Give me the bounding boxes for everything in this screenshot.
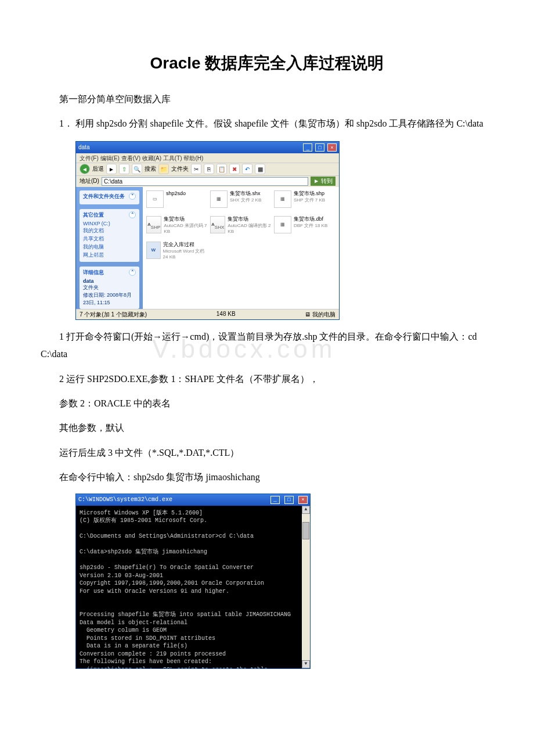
details-type: 文件夹 <box>83 285 99 290</box>
file-icon: ▦ <box>274 216 291 233</box>
file-item[interactable]: ▭shp2sdo <box>146 190 208 214</box>
paragraph-4: 参数 2：ORACLE 中的表名 <box>41 395 493 412</box>
shx-icon: ASHX <box>210 216 225 233</box>
delete-icon[interactable]: ✖ <box>229 164 240 174</box>
file-icon: ▦ <box>274 190 291 208</box>
up-icon[interactable]: ⇧ <box>119 164 129 174</box>
chevron-up-icon[interactable]: ˄ <box>129 211 136 218</box>
paragraph-2: V.bdocx.com 1 打开命令符窗口(开始→运行→cmd)，设置当前目录为… <box>41 328 493 363</box>
address-bar: 地址(D) ► 转到 <box>76 175 339 187</box>
status-objects: 7 个对象(加 1 个隐藏对象) <box>80 311 147 318</box>
cmd-window: C:\WINDOWS\system32\cmd.exe _ □ × Micros… <box>75 494 311 669</box>
maximize-icon[interactable]: □ <box>284 496 294 504</box>
file-item[interactable]: ASHX集贸市场AutoCAD 编译的形 2 KB <box>210 216 272 239</box>
back-label[interactable]: 后退 <box>92 165 104 173</box>
forward-icon[interactable]: ► <box>106 164 117 174</box>
status-size: 148 KB <box>217 311 236 318</box>
paste-icon[interactable]: 📋 <box>217 164 227 174</box>
status-bar: 7 个对象(加 1 个隐藏对象) 148 KB 🖥 我的电脑 <box>76 309 339 319</box>
explorer-titlebar: data _ □ × <box>76 142 339 153</box>
details-heading: 详细信息 <box>83 269 104 276</box>
views-icon[interactable]: ▦ <box>255 164 265 174</box>
maximize-icon[interactable]: □ <box>315 143 324 152</box>
exe-icon: ▭ <box>146 190 164 208</box>
word-icon: W <box>146 242 161 259</box>
other-heading: 其它位置 <box>83 211 104 219</box>
details-name: data <box>83 278 94 284</box>
sidebar-link[interactable]: 我的文档 <box>83 227 136 235</box>
cmd-title: C:\WINDOWS\system32\cmd.exe <box>78 496 172 503</box>
back-icon[interactable]: ◄ <box>80 164 90 174</box>
paragraph-5: 其他参数，默认 <box>41 419 493 437</box>
file-item[interactable]: W完全入库过程Microsoft Word 文档 24 KB <box>146 242 208 265</box>
sidebar-link[interactable]: WINXP (C:) <box>83 221 136 226</box>
explorer-window: data _ □ × 文件(F) 编辑(E) 查看(V) 收藏(A) 工具(T)… <box>75 141 340 320</box>
file-grid: ▭shp2sdo ▦集贸市场.shxSHX 文件 2 KB ▦集贸市场.shpS… <box>143 187 339 309</box>
file-item[interactable]: ▦集贸市场.shpSHP 文件 7 KB <box>274 190 335 214</box>
copy-icon[interactable]: ⎘ <box>204 164 214 174</box>
search-icon[interactable]: 🔍 <box>132 164 142 174</box>
page-title: Oracle 数据库完全入库过程说明 <box>41 52 493 74</box>
file-item[interactable]: ▦集贸市场.shxSHX 文件 2 KB <box>210 190 272 214</box>
file-item[interactable]: ▦集贸市场.dbfDBF 文件 18 KB <box>274 216 335 239</box>
close-icon[interactable]: × <box>327 143 337 152</box>
go-button[interactable]: ► 转到 <box>311 177 335 186</box>
sidebar-link[interactable]: 网上邻居 <box>83 251 136 259</box>
sidebar-link[interactable]: 共享文档 <box>83 235 136 243</box>
search-label[interactable]: 搜索 <box>145 165 156 173</box>
sidebar-link[interactable]: 我的电脑 <box>83 243 136 251</box>
details-panel: 详细信息˄ data 文件夹 修改日期: 2008年8月23日, 11:15 <box>80 267 139 309</box>
tasks-heading: 文件和文件夹任务 <box>83 193 125 200</box>
folders-icon[interactable]: 📁 <box>158 164 169 174</box>
toolbar: ◄ 后退 ► ⇧ 🔍 搜索 📁 文件夹 ✂ ⎘ 📋 ✖ ↶ ▦ <box>76 163 339 175</box>
minimize-icon[interactable]: _ <box>270 496 280 504</box>
address-input[interactable] <box>102 177 308 186</box>
status-location: 🖥 我的电脑 <box>305 311 335 318</box>
address-label: 地址(D) <box>80 177 99 185</box>
details-date: 修改日期: 2008年8月23日, 11:15 <box>83 292 132 305</box>
undo-icon[interactable]: ↶ <box>242 164 252 174</box>
scrollbar[interactable]: ▲▼ <box>302 506 310 668</box>
shp-icon: ASHP <box>146 216 161 233</box>
side-panel: 文件和文件夹任务˅ 其它位置˄ WINXP (C:) 我的文档 共享文档 我的电… <box>76 187 143 309</box>
paragraph-7: 在命令行中输入：shp2sdo 集贸市场 jimaoshichang <box>41 469 493 486</box>
cmd-titlebar: C:\WINDOWS\system32\cmd.exe _ □ × <box>76 494 310 506</box>
scroll-down-icon[interactable]: ▼ <box>302 660 310 668</box>
file-item[interactable]: ASHP集贸市场AutoCAD 来源代码 7 KB <box>146 216 208 239</box>
section-heading: 第一部分简单空间数据入库 <box>41 91 493 108</box>
scroll-up-icon[interactable]: ▲ <box>302 506 310 514</box>
minimize-icon[interactable]: _ <box>303 143 312 152</box>
cut-icon[interactable]: ✂ <box>191 164 201 174</box>
folders-label[interactable]: 文件夹 <box>171 165 189 173</box>
window-title: data <box>78 144 89 150</box>
paragraph-1: 1． 利用 shp2sdo 分割 shapefile 文件。假设 shapefi… <box>41 115 493 132</box>
paragraph-3: 2 运行 SHP2SDO.EXE,参数 1：SHAPE 文件名（不带扩展名）， <box>41 370 493 388</box>
close-icon[interactable]: × <box>298 496 308 504</box>
cmd-output[interactable]: Microsoft Windows XP [版本 5.1.2600] (C) 版… <box>76 506 310 668</box>
chevron-up-icon[interactable]: ˄ <box>129 269 136 276</box>
menu-bar[interactable]: 文件(F) 编辑(E) 查看(V) 收藏(A) 工具(T) 帮助(H) <box>76 153 339 163</box>
tasks-panel: 文件和文件夹任务˅ <box>80 190 139 204</box>
file-icon: ▦ <box>210 190 228 208</box>
scroll-thumb[interactable] <box>302 522 309 539</box>
other-places-panel: 其它位置˄ WINXP (C:) 我的文档 共享文档 我的电脑 网上邻居 <box>80 209 139 262</box>
chevron-down-icon[interactable]: ˅ <box>129 193 136 200</box>
paragraph-6: 运行后生成 3 中文件（*.SQL,*.DAT,*.CTL） <box>41 444 493 462</box>
